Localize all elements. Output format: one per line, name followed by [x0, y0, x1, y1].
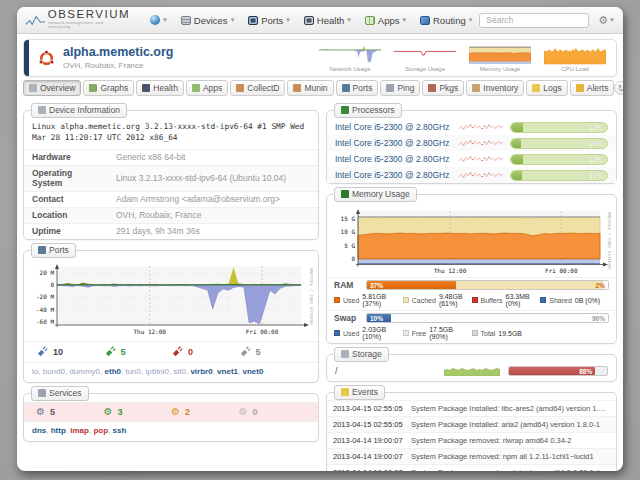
search-input[interactable]	[479, 13, 589, 28]
cpu-usage-sparkline[interactable]	[458, 154, 504, 164]
ports-panel-title: Ports	[31, 243, 76, 258]
port-link[interactable]: lo	[32, 367, 43, 376]
swap-label: Swap	[334, 313, 360, 323]
processor-row: Intel Core i5-2300 @ 2.80GHz 10%	[327, 135, 616, 151]
device-information-title: Device Information	[31, 103, 127, 118]
service-link[interactable]: imap	[70, 426, 93, 435]
processor-link[interactable]: Intel Core i5-2300 @ 2.80GHz	[335, 138, 452, 148]
minigraph-label: Storage Usage	[405, 66, 445, 72]
minigraph-label: Memory Usage	[480, 66, 521, 72]
port-link[interactable]: virbr0	[190, 367, 217, 376]
cpu-usage-sparkline[interactable]	[458, 122, 504, 132]
ram-free-percent: 2%	[596, 281, 605, 290]
svg-text:-20 M: -20 M	[36, 293, 54, 300]
health-icon	[142, 84, 150, 92]
tab-apps[interactable]: Apps	[186, 80, 228, 96]
memory-usage-minigraph[interactable]: Memory Usage	[469, 45, 531, 72]
port-link[interactable]: sit0	[174, 367, 191, 376]
service-link[interactable]: ssh	[113, 426, 127, 435]
processor-icon	[341, 106, 349, 114]
services-count-disabled: ⚙ 0	[239, 407, 307, 417]
port-link[interactable]: dummy0	[69, 367, 104, 376]
device-info-row: Uptime 291 days, 9h 34m 36s	[24, 223, 318, 239]
apps-icon	[365, 16, 375, 25]
cpu-load-minigraph[interactable]: CPU Load	[544, 45, 606, 72]
event-row: 2013-04-15 02:55:05 System Package Insta…	[327, 400, 616, 416]
storage-usage-minigraph[interactable]: Storage Usage	[394, 45, 456, 72]
health-icon	[304, 16, 314, 25]
inventory-icon	[472, 84, 480, 92]
processor-link[interactable]: Intel Core i5-2300 @ 2.80GHz	[335, 122, 452, 132]
ports-icon	[248, 16, 258, 25]
menu-devices[interactable]: Devices ▾	[174, 11, 241, 30]
menu-routing[interactable]: Routing ▾	[413, 11, 479, 30]
tab-collectd[interactable]: CollectD	[230, 80, 285, 96]
tab-pkgs[interactable]: Pkgs	[422, 80, 464, 96]
tab-ports[interactable]: Ports	[336, 80, 379, 96]
port-link[interactable]: eth0	[105, 367, 126, 376]
event-timestamp: 2013-04-15 02:55:05	[333, 420, 405, 429]
device-info-row: Location OVH, Roubaix, France	[24, 207, 318, 223]
settings-menu[interactable]: ⚙ ▾	[598, 14, 613, 27]
menu-apps[interactable]: Apps ▾	[358, 11, 413, 30]
tab-inventory[interactable]: Inventory	[466, 80, 524, 96]
tab-logs[interactable]: Logs	[526, 80, 567, 96]
tab-label: Graphs	[100, 83, 128, 93]
storage-mount-link[interactable]: /	[335, 366, 436, 376]
tab-label: Health	[153, 83, 178, 93]
cpu-usage-fill	[511, 123, 523, 132]
event-timestamp: 2013-04-14 19:00:07	[333, 468, 405, 471]
munin-icon	[293, 84, 301, 92]
observium-logo[interactable]: OBSERVIUM network management and monitor…	[25, 9, 133, 31]
menu-health[interactable]: Health ▾	[297, 11, 358, 30]
port-link[interactable]: tun0	[125, 367, 145, 376]
tab-alerts[interactable]: Alerts	[570, 80, 615, 96]
network-usage-minigraph[interactable]: Network Usage	[319, 45, 381, 72]
processor-link[interactable]: Intel Core i5-2300 @ 2.80GHz	[335, 154, 452, 164]
service-link[interactable]: dns	[32, 426, 51, 435]
info-label: Operating System	[24, 165, 112, 191]
event-message: System Package removed: rlwrap amd64 0.3…	[411, 436, 572, 445]
info-value: Linux 3.2.13-xxxx-std-ipv6-64 (Ubuntu 10…	[112, 165, 318, 191]
service-count-value: 3	[117, 407, 122, 417]
menu-status[interactable]: ▾	[143, 11, 174, 29]
tab-munin[interactable]: Munin	[287, 80, 333, 96]
svg-text:0: 0	[351, 255, 355, 262]
services-count-total: ⚙ 5	[36, 407, 104, 417]
routing-icon	[420, 16, 430, 25]
tab-health[interactable]: Health	[136, 80, 184, 96]
minigraph-label: Network Usage	[329, 66, 370, 72]
storage-usage-minigraph[interactable]	[444, 365, 500, 376]
cog-icon: ⚙	[171, 407, 180, 417]
processor-link[interactable]: Intel Core i5-2300 @ 2.80GHz	[335, 170, 452, 180]
ports-traffic-graph[interactable]: 20 M0-20 M-40 M-60 MThu 12:00Fri 00:00RR…	[29, 261, 313, 341]
menu-label: Devices	[194, 15, 228, 26]
refresh-button[interactable]: ↻	[614, 81, 623, 95]
svg-text:20 M: 20 M	[40, 268, 55, 275]
menu-ports[interactable]: Ports ▾	[241, 11, 297, 30]
tab-ping[interactable]: Ping	[380, 80, 420, 96]
ports-icon	[342, 84, 350, 92]
device-status-strip	[24, 40, 29, 76]
cpu-usage-sparkline[interactable]	[458, 138, 504, 148]
service-link[interactable]: http	[51, 426, 71, 435]
tab-overview[interactable]: Overview	[23, 80, 81, 96]
port-link[interactable]: ip6tnl0	[145, 367, 173, 376]
disk-icon	[341, 350, 349, 358]
event-message: System Package removed: nodejs-dev amd64…	[411, 468, 610, 471]
event-message: System Package Installed: libc-ares2 (am…	[411, 404, 610, 413]
device-hostname-link[interactable]: alpha.memetic.org	[63, 45, 173, 61]
service-link[interactable]: pop	[93, 426, 112, 435]
port-link[interactable]: vnet1	[217, 367, 242, 376]
plug-icon	[36, 346, 48, 358]
note-icon	[341, 388, 349, 396]
chevron-down-icon: ▾	[402, 16, 406, 24]
tab-graphs[interactable]: Graphs	[83, 80, 134, 96]
services-panel: Services ⚙ 5 ⚙ 3 ⚙ 2 ⚙ 0	[23, 393, 319, 442]
port-link[interactable]: vnet0	[242, 367, 263, 376]
port-link[interactable]: bond0	[43, 367, 70, 376]
memory-usage-graph[interactable]: 15 G10 G5 G0Thu 12:00Fri 00:00RRDTOOL / …	[332, 205, 611, 277]
cpu-usage-sparkline[interactable]	[458, 170, 504, 180]
event-timestamp: 2013-04-14 19:00:07	[333, 436, 405, 445]
svg-text:5 G: 5 G	[344, 242, 355, 249]
